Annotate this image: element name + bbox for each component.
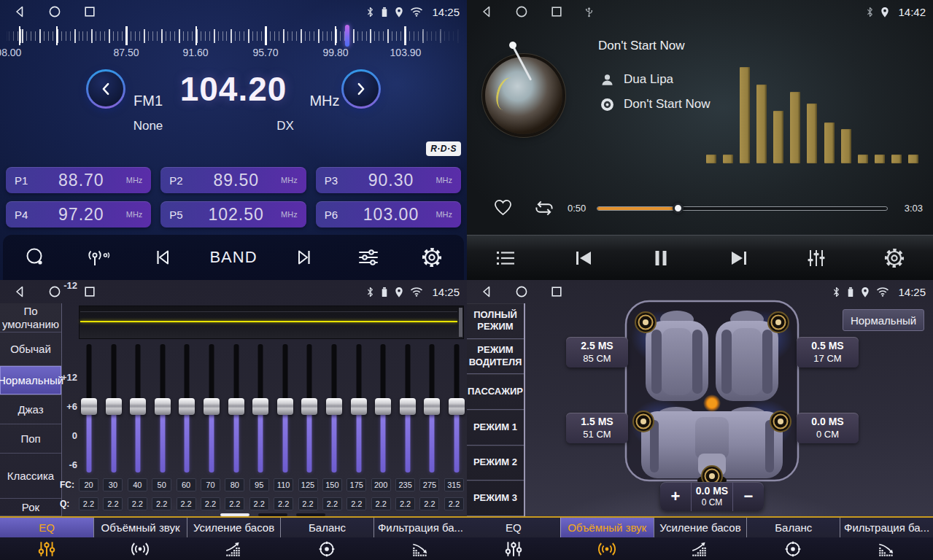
eq-preset-item[interactable]: Обычай bbox=[0, 332, 61, 366]
fc-value-chip[interactable]: 315 bbox=[444, 478, 464, 491]
frequency-dial[interactable] bbox=[6, 25, 461, 47]
eq-band-slider[interactable] bbox=[325, 344, 343, 475]
preset-button[interactable]: P6 103.00 MHz bbox=[316, 201, 461, 228]
slider-thumb[interactable] bbox=[252, 398, 268, 415]
eq-preset-item[interactable]: Поп bbox=[0, 424, 61, 454]
listening-mode-item[interactable]: РЕЖИМ ВОДИТЕЛЯ bbox=[467, 339, 524, 375]
equalizer-button[interactable] bbox=[800, 248, 833, 268]
tab-eq[interactable]: EQ bbox=[467, 518, 560, 560]
seek-bar-thumb[interactable] bbox=[673, 203, 684, 214]
pause-button[interactable] bbox=[644, 249, 678, 267]
sound-profile-button[interactable]: Нормальный bbox=[843, 309, 924, 331]
eq-band-slider[interactable] bbox=[178, 344, 195, 475]
listening-mode-item[interactable]: РЕЖИМ 1 bbox=[467, 410, 524, 446]
nav-recents-icon[interactable] bbox=[550, 5, 563, 18]
delay-rear-right[interactable]: 0.0 MS 0 CM bbox=[797, 413, 859, 443]
q-value-chip[interactable]: 2.2 bbox=[274, 497, 293, 510]
eq-band-slider[interactable] bbox=[252, 344, 269, 475]
nav-back-icon[interactable] bbox=[480, 285, 493, 298]
nav-home-icon[interactable] bbox=[48, 5, 61, 18]
slider-thumb[interactable] bbox=[130, 398, 146, 415]
q-value-chip[interactable]: 2.2 bbox=[201, 497, 220, 510]
eq-band-slider[interactable] bbox=[399, 344, 417, 475]
tab-bass-boost[interactable]: Усиление басов bbox=[654, 518, 747, 560]
slider-thumb[interactable] bbox=[179, 398, 195, 415]
tab-bass-boost[interactable]: Усиление басов bbox=[187, 518, 280, 560]
nav-recents-icon[interactable] bbox=[550, 285, 563, 298]
repeat-button[interactable] bbox=[533, 198, 556, 221]
seek-bar[interactable] bbox=[597, 206, 888, 211]
eq-band-slider[interactable] bbox=[276, 344, 294, 475]
eq-band-slider[interactable] bbox=[301, 344, 318, 475]
nav-home-icon[interactable] bbox=[48, 285, 61, 298]
fc-value-chip[interactable]: 175 bbox=[347, 478, 366, 491]
slider-thumb[interactable] bbox=[424, 398, 440, 415]
eq-band-slider[interactable] bbox=[203, 344, 220, 475]
tab-surround[interactable]: Объёмный звук bbox=[93, 518, 187, 560]
delay-front-right[interactable]: 0.5 MS 17 CM bbox=[797, 337, 859, 368]
slider-thumb[interactable] bbox=[449, 398, 465, 415]
eq-band-slider[interactable] bbox=[80, 344, 98, 475]
eq-band-slider[interactable] bbox=[374, 344, 392, 475]
tab-surround[interactable]: Объёмный звук bbox=[560, 518, 654, 560]
slider-thumb[interactable] bbox=[301, 398, 317, 415]
tune-up-button[interactable] bbox=[341, 69, 381, 109]
q-value-chip[interactable]: 2.2 bbox=[177, 497, 196, 510]
band-button[interactable]: BAND bbox=[209, 248, 257, 267]
slider-thumb[interactable] bbox=[204, 398, 220, 415]
preset-button[interactable]: P5 102.50 MHz bbox=[160, 201, 306, 228]
nav-back-icon[interactable] bbox=[480, 5, 493, 18]
slider-thumb[interactable] bbox=[277, 398, 293, 415]
scan-button[interactable] bbox=[18, 246, 52, 268]
q-value-chip[interactable]: 2.2 bbox=[419, 497, 439, 510]
fc-value-chip[interactable]: 235 bbox=[395, 478, 415, 491]
slider-thumb[interactable] bbox=[375, 398, 391, 415]
q-value-chip[interactable]: 2.2 bbox=[322, 497, 342, 510]
preset-button[interactable]: P2 89.50 MHz bbox=[160, 167, 306, 193]
nav-home-icon[interactable] bbox=[515, 285, 528, 298]
audio-settings-button[interactable] bbox=[352, 246, 385, 268]
eq-preset-item[interactable]: По умолчанию bbox=[0, 303, 61, 332]
preset-button[interactable]: P1 88.70 MHz bbox=[6, 167, 151, 193]
previous-track-button[interactable] bbox=[567, 249, 600, 267]
favorite-button[interactable] bbox=[493, 198, 513, 219]
q-value-chip[interactable]: 2.2 bbox=[225, 497, 244, 510]
eq-band-slider[interactable] bbox=[129, 344, 147, 475]
listening-mode-item[interactable]: ПАССАЖИР bbox=[467, 374, 524, 410]
tab-balance[interactable]: Баланс bbox=[280, 518, 373, 560]
fc-value-chip[interactable]: 60 bbox=[177, 478, 196, 491]
nav-recents-icon[interactable] bbox=[83, 5, 96, 18]
q-value-chip[interactable]: 2.2 bbox=[249, 497, 269, 510]
broadcast-button[interactable] bbox=[82, 246, 115, 268]
fc-value-chip[interactable]: 275 bbox=[419, 478, 439, 491]
delay-rear-left[interactable]: 1.5 MS 51 CM bbox=[566, 413, 628, 443]
slider-thumb[interactable] bbox=[81, 398, 97, 415]
q-value-chip[interactable]: 2.2 bbox=[371, 497, 391, 510]
nav-home-icon[interactable] bbox=[515, 5, 528, 18]
fc-value-chip[interactable]: 125 bbox=[298, 478, 318, 491]
listening-mode-item[interactable]: РЕЖИМ 2 bbox=[467, 446, 524, 481]
eq-band-slider[interactable] bbox=[105, 344, 123, 475]
previous-station-button[interactable] bbox=[146, 246, 179, 268]
q-value-chip[interactable]: 2.2 bbox=[395, 497, 415, 510]
q-value-chip[interactable]: 2.2 bbox=[347, 497, 366, 510]
settings-button[interactable] bbox=[415, 246, 449, 269]
delay-increase-button[interactable]: + bbox=[660, 482, 691, 511]
preset-button[interactable]: P4 97.20 MHz bbox=[6, 201, 151, 228]
eq-band-slider[interactable] bbox=[154, 344, 171, 475]
slider-thumb[interactable] bbox=[351, 398, 367, 415]
listening-mode-item[interactable]: РЕЖИМ 3 bbox=[467, 481, 524, 516]
fc-value-chip[interactable]: 20 bbox=[79, 478, 98, 491]
next-track-button[interactable] bbox=[722, 249, 756, 267]
q-value-chip[interactable]: 2.2 bbox=[152, 497, 171, 510]
fc-value-chip[interactable]: 200 bbox=[371, 478, 391, 491]
nav-recents-icon[interactable] bbox=[83, 285, 96, 298]
slider-thumb[interactable] bbox=[400, 398, 416, 415]
settings-button[interactable] bbox=[878, 246, 911, 270]
eq-band-slider[interactable] bbox=[423, 344, 441, 475]
playlist-button[interactable] bbox=[489, 249, 522, 268]
q-value-chip[interactable]: 2.2 bbox=[103, 497, 123, 510]
fc-value-chip[interactable]: 70 bbox=[201, 478, 220, 491]
slider-thumb[interactable] bbox=[228, 398, 244, 415]
preset-button[interactable]: P3 90.30 MHz bbox=[316, 167, 461, 193]
